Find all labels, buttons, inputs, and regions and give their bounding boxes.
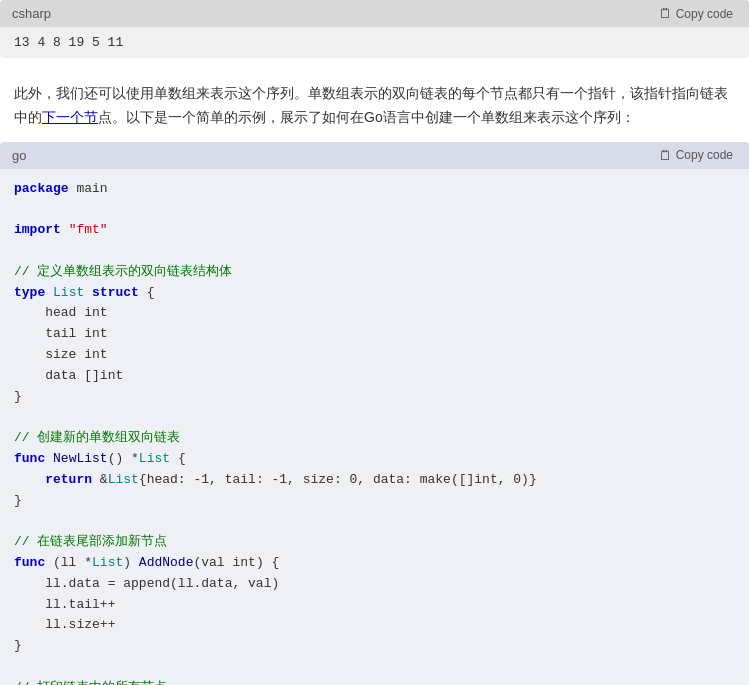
go-code-block: go 🗒 Copy code package main import "fmt"…: [0, 142, 749, 685]
go-copy-button[interactable]: 🗒 Copy code: [655, 146, 737, 165]
prose-paragraph: 此外，我们还可以使用单数组来表示这个序列。单数组表示的双向链表的每个节点都只有一…: [0, 70, 749, 142]
copy-icon: 🗒: [659, 6, 672, 21]
csharp-lang-label: csharp: [12, 6, 51, 21]
csharp-output: 13 4 8 19 5 11: [0, 27, 749, 58]
csharp-code-header: csharp 🗒 Copy code: [0, 0, 749, 27]
go-copy-label: Copy code: [676, 148, 733, 162]
go-lang-label: go: [12, 148, 26, 163]
csharp-code-block: csharp 🗒 Copy code 13 4 8 19 5 11: [0, 0, 749, 58]
go-code-body: package main import "fmt" // 定义单数组表示的双向链…: [0, 169, 749, 685]
go-code-header: go 🗒 Copy code: [0, 142, 749, 169]
csharp-copy-button[interactable]: 🗒 Copy code: [655, 4, 737, 23]
go-copy-icon: 🗒: [659, 148, 672, 163]
prose-text: 此外，我们还可以使用单数组来表示这个序列。单数组表示的双向链表的每个节点都只有一…: [14, 85, 728, 125]
highlight-text: 下一个节: [42, 109, 98, 125]
csharp-copy-label: Copy code: [676, 7, 733, 21]
